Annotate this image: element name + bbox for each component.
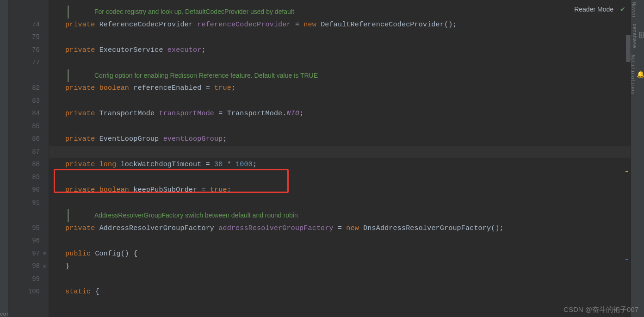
code-line[interactable]: private EventLoopGroup eventLoopGroup; <box>49 133 631 146</box>
right-tool-strip[interactable]: Maven 🗄 Database 🔔 Notifications <box>631 0 644 317</box>
code-line[interactable] <box>49 56 631 69</box>
code-line[interactable]: } <box>49 260 631 273</box>
line-number[interactable]: 89 <box>8 171 49 184</box>
line-number[interactable]: 75 <box>8 31 49 44</box>
code-editor[interactable]: For codec registry and look up. DefaultC… <box>49 0 631 317</box>
code-line[interactable]: private ReferenceCodecProvider reference… <box>49 19 631 31</box>
code-line[interactable] <box>49 197 631 210</box>
marker-stripe[interactable] <box>625 0 628 317</box>
code-line[interactable]: private TransportMode transportMode = Tr… <box>49 107 631 120</box>
info-marker[interactable] <box>625 259 628 260</box>
code-line[interactable] <box>49 31 631 44</box>
doc-comment: Config option for enabling Redisson Refe… <box>68 69 318 82</box>
line-number[interactable] <box>8 6 49 19</box>
rail-database[interactable]: 🗄 Database <box>631 24 644 48</box>
database-icon: 🗄 <box>638 32 644 39</box>
line-gutter[interactable]: 7475767782838485868788899091959697⊟98⊡99… <box>8 0 49 317</box>
line-number[interactable]: 96 <box>8 235 49 248</box>
code-line[interactable] <box>49 146 631 159</box>
code-line[interactable]: private boolean referenceEnabled = true; <box>49 82 631 95</box>
line-number[interactable]: 84 <box>8 107 49 120</box>
line-number[interactable] <box>8 69 49 82</box>
code-line[interactable] <box>49 235 631 248</box>
doc-comment: AddressResolverGroupFactory switch betwe… <box>68 209 298 222</box>
bell-icon: 🔔 <box>637 70 644 78</box>
line-number[interactable]: 86 <box>8 133 49 146</box>
line-number[interactable] <box>8 209 49 222</box>
rail-maven[interactable]: Maven <box>631 0 637 17</box>
line-number[interactable]: 83 <box>8 95 49 108</box>
line-number[interactable]: 88 <box>8 158 49 171</box>
reader-mode-link[interactable]: Reader Mode <box>574 6 613 13</box>
line-number[interactable]: 95 <box>8 222 49 235</box>
code-line[interactable] <box>49 273 631 286</box>
line-number[interactable]: 91 <box>8 197 49 210</box>
line-number[interactable]: 87 <box>8 146 49 159</box>
line-number[interactable]: 99 <box>8 273 49 286</box>
code-line[interactable]: static { <box>49 286 631 298</box>
fold-open-icon[interactable]: ⊟ <box>43 248 47 261</box>
inspection-ok-icon[interactable]: ✔ <box>620 6 625 13</box>
code-line[interactable] <box>49 120 631 133</box>
code-line[interactable] <box>49 95 631 108</box>
code-line[interactable]: private boolean keepPubSubOrder = true; <box>49 184 631 197</box>
left-tool-strip[interactable]: co rt er <box>0 0 8 317</box>
code-line[interactable] <box>49 171 631 184</box>
line-number[interactable]: 74 <box>8 19 49 31</box>
rail-notifications[interactable]: 🔔 Notifications <box>631 55 644 94</box>
inspection-banner: Reader Mode ✔ <box>570 0 630 19</box>
line-number[interactable]: 76 <box>8 44 49 57</box>
code-line[interactable]: private AddressResolverGroupFactory addr… <box>49 222 631 235</box>
code-line[interactable]: private ExecutorService executor; <box>49 44 631 57</box>
line-number[interactable]: 82 <box>8 82 49 95</box>
line-number[interactable]: 77 <box>8 56 49 69</box>
line-number[interactable]: 85 <box>8 120 49 133</box>
code-line[interactable]: private long lockWatchdogTimeout = 30 * … <box>49 158 631 171</box>
strip-label-a: co <box>0 311 6 317</box>
doc-comment: For codec registry and look up. DefaultC… <box>68 6 294 19</box>
warning-marker[interactable] <box>625 171 628 172</box>
line-number[interactable]: 90 <box>8 184 49 197</box>
line-number[interactable]: 100 <box>8 286 49 298</box>
fold-close-icon[interactable]: ⊡ <box>43 260 47 273</box>
code-line[interactable]: public Config() { <box>49 248 631 261</box>
